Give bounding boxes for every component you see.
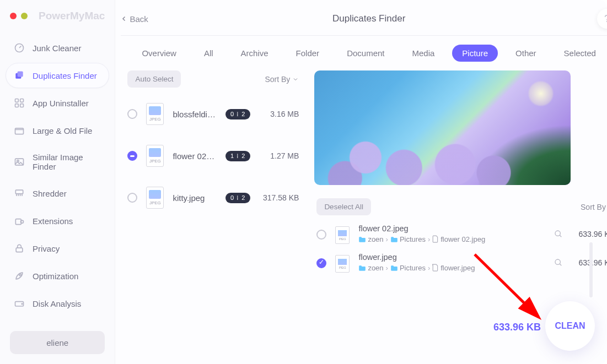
- box-icon: [14, 125, 25, 136]
- brand-name: PowerMyMac: [39, 10, 105, 22]
- sort-label: Sort By: [581, 203, 606, 211]
- minimize-icon[interactable]: [21, 13, 28, 19]
- image-preview: [314, 70, 571, 185]
- svg-point-17: [555, 231, 560, 236]
- svg-point-12: [21, 220, 24, 223]
- chevron-down-icon: [292, 76, 299, 83]
- sidebar-item-shredder[interactable]: Shredder: [6, 181, 109, 206]
- file-ext: JPEG: [149, 159, 161, 164]
- file-thumb-icon: JPEG: [146, 145, 164, 167]
- disk-icon: [14, 298, 25, 309]
- breadcrumb: zoen › Pictures › flower 02.jpeg: [358, 235, 545, 243]
- duplicates-actions: Deselect All Sort By: [314, 185, 607, 221]
- tab-archive[interactable]: Archive: [231, 45, 278, 62]
- path-segment: Pictures: [400, 264, 426, 272]
- duplicates-list: PEG flower 02.jpeg zoen › Pictures › flo…: [314, 221, 607, 276]
- sidebar-item-optimization[interactable]: Optimization: [6, 263, 109, 289]
- checkbox-checked[interactable]: [316, 258, 326, 268]
- svg-rect-13: [16, 248, 23, 252]
- filter-tabs: Overview All Archive Folder Document Med…: [121, 35, 607, 70]
- tab-label: Picture: [462, 48, 488, 58]
- svg-rect-6: [20, 104, 24, 107]
- count-badge: 0 ⁞ 2: [225, 193, 250, 203]
- count-badge: 0 ⁞ 2: [225, 109, 250, 119]
- checkbox[interactable]: [316, 230, 326, 240]
- sort-by-button[interactable]: Sort By: [265, 75, 299, 84]
- file-group-row[interactable]: JPEG kitty.jpeg 0 ⁞ 2 317.58 KB: [121, 177, 305, 219]
- checkbox-partial[interactable]: [127, 151, 137, 161]
- tab-picture[interactable]: Picture: [452, 45, 498, 62]
- count-badge: 1 ⁞ 2: [225, 151, 250, 161]
- user-name: eliene: [46, 338, 68, 347]
- folder-icon: [390, 265, 398, 271]
- sidebar-item-junk-cleaner[interactable]: Junk Cleaner: [6, 35, 109, 61]
- close-icon[interactable]: [10, 13, 17, 19]
- tab-overview[interactable]: Overview: [132, 45, 186, 62]
- deselect-all-button[interactable]: Deselect All: [316, 198, 371, 215]
- tab-label: Document: [347, 48, 384, 58]
- sidebar-item-label: Disk Analysis: [33, 299, 81, 308]
- tab-folder[interactable]: Folder: [286, 45, 330, 62]
- checkbox[interactable]: [127, 193, 137, 203]
- file-ext: JPEG: [149, 117, 161, 122]
- tab-media[interactable]: Media: [402, 45, 445, 62]
- sidebar-item-privacy[interactable]: Privacy: [6, 236, 109, 261]
- topbar: Back Duplicates Finder ?: [121, 7, 607, 31]
- tab-other[interactable]: Other: [506, 45, 546, 62]
- sidebar-item-extensions[interactable]: Extensions: [6, 208, 109, 233]
- sidebar: PowerMyMac Junk Cleaner Duplicates Finde…: [0, 0, 115, 364]
- tab-label: All: [204, 48, 213, 58]
- sidebar-item-label: Privacy: [33, 244, 60, 253]
- checkbox[interactable]: [127, 109, 137, 119]
- sidebar-item-label: Large & Old File: [33, 126, 92, 135]
- auto-select-button[interactable]: Auto Select: [127, 70, 181, 88]
- file-thumb-icon: PEG: [335, 226, 350, 244]
- duplicate-name: flower.jpeg: [358, 253, 545, 262]
- tab-document[interactable]: Document: [337, 45, 394, 62]
- clean-label: CLEAN: [555, 321, 585, 331]
- sidebar-item-similar-image-finder[interactable]: Similar Image Finder: [6, 145, 109, 178]
- user-account-button[interactable]: eliene: [10, 331, 105, 354]
- duplicate-size: 633.96 KB: [572, 230, 607, 238]
- back-button[interactable]: Back: [121, 14, 148, 24]
- tab-label: Archive: [241, 48, 268, 58]
- duplicate-row[interactable]: PEG flower 02.jpeg zoen › Pictures › flo…: [314, 221, 607, 247]
- main-panel: Back Duplicates Finder ? Overview All Ar…: [115, 0, 607, 364]
- sidebar-item-large-old-file[interactable]: Large & Old File: [6, 118, 109, 143]
- sidebar-item-disk-analysis[interactable]: Disk Analysis: [6, 291, 109, 316]
- tab-selected[interactable]: Selected: [554, 45, 606, 62]
- path-segment: flower.jpeg: [441, 264, 475, 272]
- reveal-icon[interactable]: [554, 258, 563, 267]
- duplicate-info: flower.jpeg zoen › Pictures › flower.jpe…: [358, 253, 545, 272]
- sidebar-item-label: App Uninstaller: [33, 99, 89, 108]
- duplicate-info: flower 02.jpeg zoen › Pictures › flower …: [358, 224, 545, 243]
- svg-point-14: [19, 274, 21, 276]
- svg-rect-2: [18, 72, 23, 77]
- path-segment: zoen: [368, 235, 383, 243]
- file-size: 3.16 MB: [259, 110, 299, 118]
- clean-button[interactable]: CLEAN: [545, 301, 595, 351]
- file-group-row[interactable]: JPEG flower 02.jp... 1 ⁞ 2 1.27 MB: [121, 135, 305, 177]
- svg-rect-10: [15, 190, 23, 194]
- shredder-icon: [14, 188, 25, 199]
- svg-point-18: [555, 259, 560, 264]
- tab-all[interactable]: All: [194, 45, 223, 62]
- sidebar-item-app-uninstaller[interactable]: App Uninstaller: [6, 90, 109, 116]
- sort-by-button[interactable]: Sort By: [581, 203, 607, 211]
- tab-label: Other: [515, 48, 536, 58]
- reveal-icon[interactable]: [554, 230, 563, 238]
- sidebar-item-duplicates-finder[interactable]: Duplicates Finder: [6, 63, 109, 88]
- tab-label: Overview: [142, 48, 176, 58]
- file-thumb-icon: JPEG: [146, 103, 164, 125]
- scrollbar[interactable]: [589, 242, 593, 297]
- duplicate-row[interactable]: PEG flower.jpeg zoen › Pictures › flower…: [314, 249, 607, 276]
- app-window: PowerMyMac Junk Cleaner Duplicates Finde…: [0, 0, 607, 364]
- image-icon: [14, 156, 25, 167]
- path-segment: flower 02.jpeg: [441, 235, 485, 243]
- folder-icon: [390, 236, 398, 243]
- help-button[interactable]: ?: [597, 9, 607, 29]
- sidebar-item-label: Optimization: [33, 271, 78, 281]
- file-size: 1.27 MB: [259, 151, 299, 160]
- total-size: 633.96 KB: [493, 322, 541, 333]
- file-group-row[interactable]: JPEG blossfeldia... 0 ⁞ 2 3.16 MB: [121, 93, 305, 135]
